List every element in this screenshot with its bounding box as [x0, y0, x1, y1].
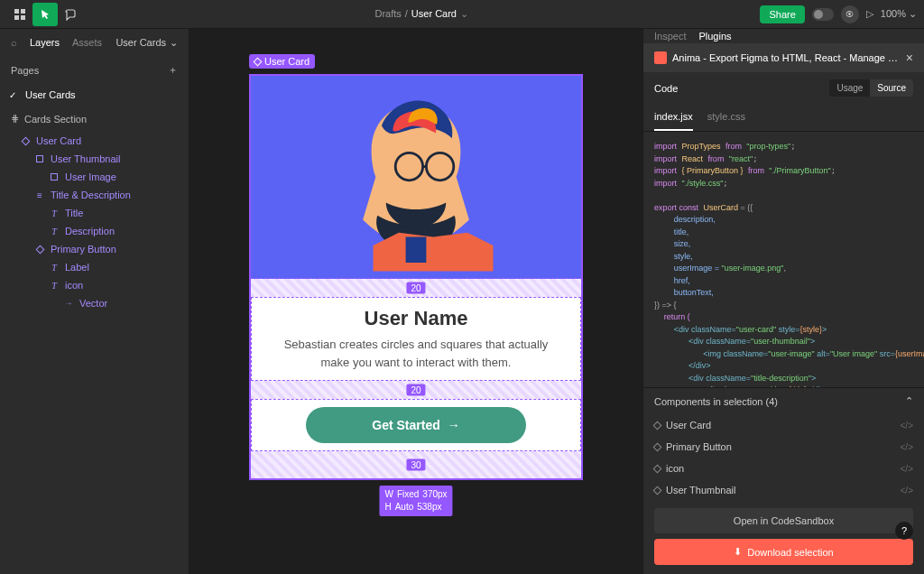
component-user-card[interactable]: User Card</>: [643, 414, 924, 436]
file-tab-index[interactable]: index.jsx: [654, 104, 693, 131]
toolbar-left: [7, 3, 83, 26]
close-plugin-button[interactable]: ×: [906, 51, 913, 65]
code-icon[interactable]: </>: [901, 421, 913, 430]
component-primary-button[interactable]: Primary Button</>: [643, 436, 924, 458]
dimensions-readout: WFixed370px HAuto538px: [379, 486, 452, 516]
diamond-icon: [254, 57, 263, 66]
page-item[interactable]: User Cards: [0, 84, 189, 106]
component-user-thumbnail[interactable]: User Thumbnail</>: [643, 479, 924, 501]
layer-icon[interactable]: Ticon: [0, 276, 189, 294]
layer-description[interactable]: TDescription: [0, 222, 189, 240]
spacing-indicator: 20: [251, 381, 581, 399]
chevron-down-icon[interactable]: ⌄: [460, 8, 468, 20]
title-description-section: User Name Sebastian creates circles and …: [251, 297, 581, 381]
user-card-description: Sebastian creates circles and squares th…: [270, 336, 562, 371]
plugin-header: Anima - Export Figma to HTML, React - Ma…: [643, 43, 924, 72]
user-card-frame[interactable]: 20 User Name Sebastian creates circles a…: [249, 74, 583, 480]
file-tab-style[interactable]: style.css: [707, 104, 745, 131]
layer-user-thumbnail[interactable]: User Thumbnail: [0, 150, 189, 168]
component-icon[interactable]: icon</>: [643, 458, 924, 479]
move-tool[interactable]: [32, 3, 58, 26]
code-label: Code: [654, 83, 678, 94]
anima-icon: [654, 51, 667, 64]
text-icon: T: [49, 262, 60, 273]
text-icon: T: [49, 280, 60, 291]
user-avatar[interactable]: ⦿: [841, 5, 859, 23]
add-page-button[interactable]: ＋: [168, 63, 178, 77]
page-selector[interactable]: User Cards ⌄: [116, 37, 178, 49]
breadcrumb[interactable]: Drafts / User Card ⌄: [88, 8, 754, 20]
diamond-icon: [653, 442, 662, 451]
text-icon: T: [49, 226, 60, 236]
user-thumbnail: [251, 76, 581, 279]
share-button[interactable]: Share: [760, 5, 804, 23]
left-panel: ⌕ Layers Assets User Cards ⌄ Pages ＋ Use…: [0, 29, 189, 574]
get-started-button[interactable]: Get Started →: [306, 407, 526, 443]
code-icon[interactable]: </>: [901, 486, 913, 495]
pages-label: Pages: [11, 65, 39, 76]
tab-assets[interactable]: Assets: [72, 37, 102, 48]
stack-icon: ≡: [34, 190, 45, 200]
canvas[interactable]: User Card: [189, 29, 642, 574]
components-header[interactable]: Components in selection (4)⌃: [643, 387, 924, 414]
chevron-up-icon: ⌃: [905, 395, 913, 407]
right-panel-tabs: Inspect Plugins: [643, 29, 924, 43]
right-panel: Inspect Plugins Anima - Export Figma to …: [642, 29, 924, 574]
layers-tree: User Card User Thumbnail User Image ≡Tit…: [0, 132, 189, 312]
code-icon[interactable]: </>: [901, 442, 913, 452]
plugin-title: Anima - Export Figma to HTML, React - Ma…: [672, 52, 901, 63]
user-card-title: User Name: [270, 307, 562, 330]
svg-rect-4: [406, 237, 427, 264]
diamond-icon: [653, 486, 662, 495]
layer-user-card[interactable]: User Card: [0, 132, 189, 150]
frame-icon: [36, 155, 43, 162]
tab-layers[interactable]: Layers: [30, 37, 60, 48]
code-header: Code Usage Source: [643, 72, 924, 104]
file-tabs: index.jsx style.css: [643, 104, 924, 132]
arrow-right-icon: →: [448, 418, 460, 432]
tab-inspect[interactable]: Inspect: [654, 31, 686, 42]
topbar: Drafts / User Card ⌄ Share ⦿ ▷ 100% ⌄: [0, 0, 924, 29]
layer-title[interactable]: TTitle: [0, 204, 189, 222]
diamond-icon: [653, 421, 662, 430]
layer-title-description[interactable]: ≡Title & Description: [0, 186, 189, 204]
layer-label[interactable]: TLabel: [0, 258, 189, 276]
download-button[interactable]: ⬇Download selection: [654, 539, 913, 565]
search-icon[interactable]: ⌕: [11, 37, 17, 48]
arrow-icon: →: [63, 298, 74, 309]
image-icon: [51, 173, 58, 181]
pages-header: Pages ＋: [0, 56, 189, 84]
zoom-level[interactable]: 100% ⌄: [881, 8, 917, 20]
menu-button[interactable]: [7, 3, 32, 26]
frame-label[interactable]: User Card: [249, 54, 315, 69]
code-icon[interactable]: </>: [901, 464, 913, 474]
spacing-indicator: 20: [251, 279, 581, 297]
source-tab[interactable]: Source: [870, 79, 913, 97]
tab-plugins[interactable]: Plugins: [698, 31, 731, 42]
layer-primary-button[interactable]: Primary Button: [0, 240, 189, 258]
diamond-icon: [653, 464, 662, 473]
breadcrumb-separator: /: [405, 8, 408, 20]
download-icon: ⬇: [734, 546, 742, 558]
dev-mode-toggle[interactable]: [812, 8, 834, 21]
user-image: [330, 82, 502, 272]
usage-tab[interactable]: Usage: [829, 79, 870, 97]
open-codesandbox-button[interactable]: Open in CodeSandbox: [654, 508, 913, 533]
grid-icon: ⋕: [11, 113, 19, 125]
text-icon: T: [49, 208, 60, 218]
breadcrumb-current: User Card: [411, 8, 457, 20]
code-editor[interactable]: import PropTypes from "prop-types"; impo…: [643, 132, 924, 387]
layer-user-image[interactable]: User Image: [0, 168, 189, 186]
button-section: Get Started →: [251, 399, 581, 451]
breadcrumb-root: Drafts: [374, 8, 401, 20]
diamond-icon: [35, 245, 44, 254]
section-header[interactable]: ⋕ Cards Section: [0, 106, 189, 132]
layer-vector[interactable]: →Vector: [0, 294, 189, 312]
comment-tool[interactable]: [58, 3, 83, 26]
help-button[interactable]: ?: [895, 522, 913, 540]
spacing-indicator: 30: [251, 451, 581, 478]
diamond-icon: [21, 136, 30, 145]
present-button[interactable]: ▷: [866, 8, 873, 20]
left-panel-tabs: ⌕ Layers Assets User Cards ⌄: [0, 29, 189, 56]
